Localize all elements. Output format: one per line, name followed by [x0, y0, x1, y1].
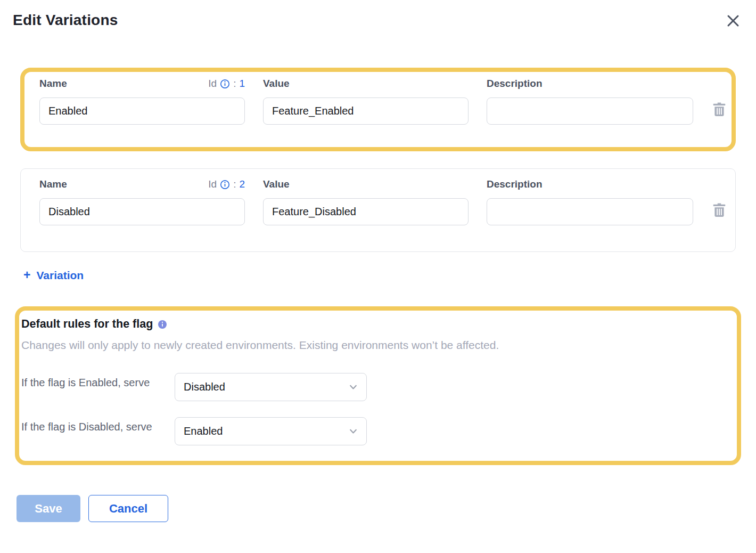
trash-icon — [712, 102, 726, 117]
cancel-button[interactable]: Cancel — [88, 495, 168, 522]
trash-icon — [712, 202, 726, 217]
selected-variation: Enabled — [184, 425, 223, 437]
chevron-down-icon — [349, 383, 358, 392]
default-rules-section: Default rules for the flag Changes will … — [15, 306, 741, 465]
variation-id-value: 1 — [239, 78, 245, 90]
default-rules-title: Default rules for the flag — [21, 318, 153, 331]
name-label: Name — [39, 178, 67, 190]
description-field-group: Description — [487, 178, 693, 225]
variation-description-input[interactable] — [487, 97, 693, 125]
plus-icon: + — [23, 268, 30, 282]
variation-value-input[interactable] — [263, 97, 469, 125]
variation-value-input[interactable] — [263, 198, 469, 225]
save-button[interactable]: Save — [17, 495, 80, 522]
name-field-group: Name Id : 1 — [39, 77, 245, 125]
variation-id: Id : 2 — [208, 178, 245, 190]
description-label: Description — [487, 178, 543, 190]
value-label: Value — [263, 78, 290, 90]
variation-description-input[interactable] — [487, 198, 693, 225]
selected-variation: Disabled — [184, 381, 225, 393]
rule-label: If the flag is Disabled, serve — [21, 417, 175, 435]
rule-serve-select[interactable]: Enabled — [175, 417, 367, 445]
variation-card-2: Name Id : 2 Value — [20, 168, 736, 252]
name-label: Name — [39, 78, 67, 90]
page-title: Edit Variations — [13, 12, 118, 29]
variation-id: Id : 1 — [208, 78, 245, 90]
add-variation-button[interactable]: + Variation — [23, 268, 84, 282]
chevron-down-icon — [349, 427, 358, 436]
info-filled-icon[interactable] — [158, 320, 167, 329]
variation-card-1: Name Id : 1 Value — [20, 68, 736, 151]
description-field-group: Description — [487, 77, 693, 125]
value-field-group: Value — [263, 77, 469, 125]
id-info-icon[interactable] — [220, 79, 230, 89]
value-label: Value — [263, 178, 290, 190]
value-field-group: Value — [263, 178, 469, 225]
default-rules-note: Changes will only apply to newly created… — [21, 339, 728, 352]
delete-variation-button[interactable] — [711, 201, 727, 218]
dialog-header: Edit Variations — [0, 0, 756, 30]
dialog-footer: Save Cancel — [17, 495, 756, 522]
description-label: Description — [487, 78, 543, 90]
close-button[interactable] — [724, 12, 742, 30]
rule-serve-select[interactable]: Disabled — [175, 373, 367, 401]
id-info-icon[interactable] — [220, 180, 230, 190]
rule-row-disabled: If the flag is Disabled, serve Enabled — [21, 417, 728, 445]
variation-name-input[interactable] — [39, 198, 245, 225]
variation-id-value: 2 — [239, 178, 245, 190]
rule-row-enabled: If the flag is Enabled, serve Disabled — [21, 373, 728, 401]
name-field-group: Name Id : 2 — [39, 178, 245, 225]
delete-variation-button[interactable] — [711, 101, 727, 118]
variation-name-input[interactable] — [39, 97, 245, 125]
add-variation-label: Variation — [36, 269, 84, 282]
close-icon — [726, 14, 740, 28]
rule-label: If the flag is Enabled, serve — [21, 373, 175, 391]
